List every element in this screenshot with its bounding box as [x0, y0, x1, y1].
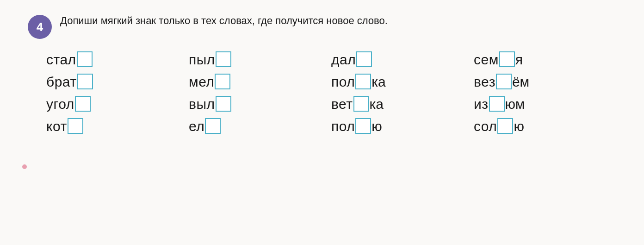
blank-box[interactable] [499, 51, 515, 67]
word-item-pol2: полю [331, 119, 474, 134]
blank-box[interactable] [68, 118, 83, 134]
word-prefix: из [474, 96, 489, 112]
blank-box[interactable] [216, 51, 231, 67]
blank-box[interactable] [355, 74, 371, 89]
word-suffix: ю [514, 119, 524, 134]
word-item-ugol: угол [46, 96, 189, 112]
blank-box[interactable] [356, 51, 372, 67]
word-item-kot: кот [46, 119, 189, 134]
word-suffix: я [515, 52, 523, 68]
blank-box[interactable] [355, 118, 371, 134]
word-suffix: ка [372, 74, 385, 90]
word-item-sem: семя [474, 52, 616, 68]
blank-box[interactable] [205, 118, 221, 134]
word-prefix: мел [189, 74, 214, 90]
word-prefix: вез [474, 74, 495, 90]
word-item-pyl: пыл [189, 52, 331, 68]
blank-box[interactable] [215, 74, 230, 89]
blank-box[interactable] [489, 96, 505, 112]
blank-box[interactable] [216, 96, 231, 112]
word-suffix: ка [370, 96, 384, 112]
word-item-mel: мел [189, 74, 331, 90]
word-prefix: угол [46, 96, 74, 112]
word-item-vet: ветка [331, 96, 474, 112]
blank-box[interactable] [497, 118, 513, 134]
word-item-el: ел [189, 119, 331, 134]
word-item-stal: стал [46, 52, 189, 68]
word-prefix: брат [46, 74, 77, 90]
blank-box[interactable] [496, 74, 512, 89]
word-prefix: сем [474, 52, 499, 68]
word-item-brat: брат [46, 74, 189, 90]
word-item-pol1: полка [331, 74, 474, 90]
word-item-vez: везём [474, 74, 616, 90]
blank-box[interactable] [75, 96, 91, 112]
word-prefix: пыл [189, 52, 215, 68]
word-prefix: кот [46, 119, 67, 134]
word-suffix: ю [372, 119, 382, 134]
task-instruction: Допиши мягкий знак только в тех словах, … [60, 14, 388, 28]
word-prefix: пол [331, 74, 355, 90]
word-suffix: ём [512, 74, 529, 90]
decorative-dot [22, 164, 27, 169]
word-prefix: дал [331, 52, 356, 68]
word-item-dal: дал [331, 52, 474, 68]
word-prefix: стал [46, 52, 76, 68]
blank-box[interactable] [77, 74, 93, 89]
word-item-vyl: выл [189, 96, 331, 112]
task-header: 4 Допиши мягкий знак только в тех словах… [28, 14, 616, 39]
word-suffix: юм [505, 96, 525, 112]
word-prefix: пол [331, 119, 355, 134]
words-grid: стал пыл дал семя брат мел полка везём у… [28, 52, 616, 134]
word-prefix: вет [331, 96, 353, 112]
blank-box[interactable] [353, 96, 369, 112]
task-number-badge: 4 [28, 15, 52, 39]
word-prefix: ел [189, 119, 204, 134]
word-prefix: сол [474, 119, 497, 134]
word-item-sol: солю [474, 119, 616, 134]
blank-box[interactable] [77, 51, 93, 67]
word-item-iz: изюм [474, 96, 616, 112]
word-prefix: выл [189, 96, 215, 112]
page: 4 Допиши мягкий знак только в тех словах… [0, 0, 644, 245]
